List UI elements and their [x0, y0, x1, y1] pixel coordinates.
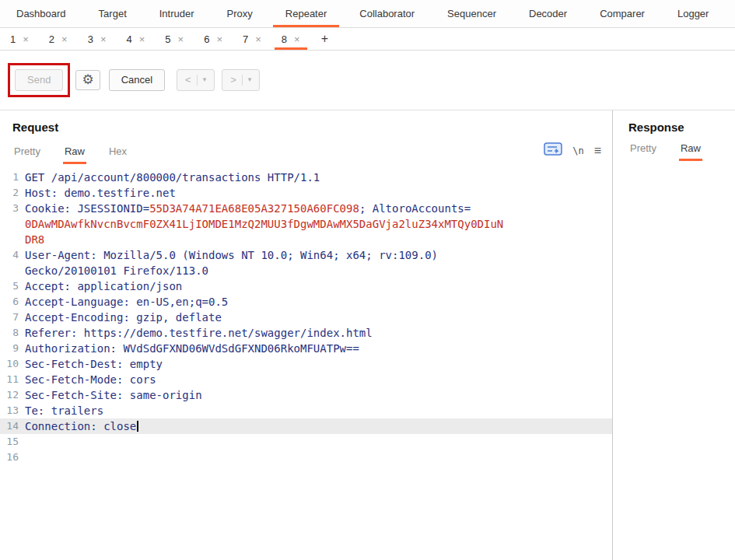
line-number: 3: [0, 201, 19, 216]
main-tab-sequencer[interactable]: Sequencer: [431, 0, 513, 27]
close-tab-icon[interactable]: ×: [255, 33, 261, 45]
main-tab-proxy[interactable]: Proxy: [211, 0, 269, 27]
line-content: 0DAwMDAwfkNvcnBvcmF0ZX41LjIOMDE1MzQ2MUU3…: [19, 216, 503, 232]
main-tab-logger[interactable]: Logger: [661, 0, 725, 27]
request-editor[interactable]: 1GET /api/account/800000/transactions HT…: [0, 164, 612, 560]
repeater-tab-8[interactable]: 8×: [271, 28, 310, 50]
line-number: 6: [0, 294, 19, 310]
repeater-tab-3[interactable]: 3×: [78, 28, 117, 50]
soft-wrap-icon[interactable]: [544, 142, 562, 159]
line-content: Host: demo.testfire.net: [19, 185, 176, 201]
line-content: Accept-Language: en-US,en;q=0.5: [19, 294, 228, 310]
line-content: Sec-Fetch-Mode: cors: [19, 372, 156, 387]
main-tab-dashboard[interactable]: Dashboard: [0, 0, 82, 27]
editor-menu-icon[interactable]: ≡: [594, 144, 601, 158]
send-button[interactable]: Send: [15, 69, 63, 91]
repeater-tab-2[interactable]: 2×: [39, 28, 78, 50]
request-line: 12Sec-Fetch-Site: same-origin: [0, 387, 612, 403]
close-tab-icon[interactable]: ×: [100, 33, 107, 45]
response-editor-tabs: PrettyRaw: [628, 142, 702, 161]
close-tab-icon[interactable]: ×: [294, 33, 300, 45]
response-editor[interactable]: [613, 161, 735, 560]
new-repeater-tab-button[interactable]: +: [310, 28, 339, 50]
line-content: Accept: application/json: [19, 278, 182, 294]
request-panel: Request PrettyRawHex \n ≡ 1GET /api/acco…: [0, 110, 613, 560]
repeater-tab-4[interactable]: 4×: [116, 28, 155, 50]
show-newlines-icon[interactable]: \n: [572, 145, 583, 156]
history-back-button[interactable]: < ▾: [177, 69, 215, 91]
line-content: [19, 434, 25, 450]
tab-number: 7: [243, 33, 248, 45]
request-line: 9Authorization: WVdSdGFXND06WVdSdGFXND06…: [0, 341, 612, 356]
line-content: GET /api/account/800000/transactions HTT…: [19, 170, 320, 185]
close-tab-icon[interactable]: ×: [216, 33, 222, 45]
request-tab-pretty[interactable]: Pretty: [12, 145, 42, 164]
request-tab-hex[interactable]: Hex: [107, 145, 128, 164]
line-number: 14: [0, 418, 19, 434]
close-tab-icon[interactable]: ×: [61, 33, 68, 45]
line-content: Gecko/20100101 Firefox/113.0: [19, 263, 208, 278]
code-segment: Sec-Fetch-Site: same-origin: [25, 389, 202, 401]
line-content: Authorization: WVdSdGFXND06WVdSdGFXND06R…: [19, 341, 359, 356]
response-editor-tabbar: PrettyRaw: [613, 134, 735, 161]
repeater-tab-1[interactable]: 1×: [0, 28, 39, 50]
request-panel-title: Request: [12, 121, 612, 134]
main-tab-repeater[interactable]: Repeater: [269, 0, 343, 27]
gear-icon: ⚙: [82, 73, 93, 88]
code-segment: Connection: close: [25, 420, 136, 432]
line-number: 12: [0, 387, 19, 403]
history-forward-button[interactable]: > ▾: [222, 69, 260, 91]
line-number: 11: [0, 372, 19, 387]
main-tab-decoder[interactable]: Decoder: [513, 0, 583, 27]
response-tab-raw[interactable]: Raw: [679, 142, 702, 161]
request-settings-button[interactable]: ⚙: [75, 70, 100, 91]
line-content: Cookie: JSESSIONID=55D3A74A71EA68E05A327…: [19, 201, 471, 216]
response-panel: Response PrettyRaw: [613, 110, 735, 560]
main-tab-collaborator[interactable]: Collaborator: [343, 0, 431, 27]
button-divider: [197, 75, 198, 86]
cancel-button[interactable]: Cancel: [109, 69, 165, 91]
line-number: 15: [0, 434, 19, 450]
main-tab-target[interactable]: Target: [82, 0, 143, 27]
line-number: 16: [0, 450, 19, 465]
line-number: 8: [0, 325, 19, 341]
button-divider: [242, 75, 243, 86]
burp-repeater-window: DashboardTargetIntruderProxyRepeaterColl…: [0, 0, 735, 560]
line-content: User-Agent: Mozilla/5.0 (Windows NT 10.0…: [19, 247, 438, 263]
line-number: [0, 263, 19, 278]
line-number: 13: [0, 403, 19, 418]
forward-arrow-label: >: [230, 75, 236, 86]
main-tab-comparer[interactable]: Comparer: [583, 0, 661, 27]
close-tab-icon[interactable]: ×: [139, 33, 145, 45]
request-line: 3Cookie: JSESSIONID=55D3A74A71EA68E05A32…: [0, 201, 612, 216]
back-arrow-label: <: [185, 75, 191, 86]
line-number: 2: [0, 185, 19, 201]
tab-number: 8: [282, 33, 287, 45]
line-number: 9: [0, 341, 19, 356]
code-segment: 55D3A74A71EA68E05A327150A60FC098: [149, 202, 359, 215]
repeater-tab-6[interactable]: 6×: [194, 28, 233, 50]
tab-number: 4: [126, 33, 131, 45]
chevron-down-icon: ▾: [248, 76, 252, 84]
tab-number: 2: [49, 33, 54, 45]
request-line: 6Accept-Language: en-US,en;q=0.5: [0, 294, 612, 310]
annotation-highlight-box: Send: [8, 63, 70, 97]
request-line: 11Sec-Fetch-Mode: cors: [0, 372, 612, 387]
request-tab-raw[interactable]: Raw: [63, 145, 86, 164]
repeater-tab-7[interactable]: 7×: [233, 28, 271, 50]
request-line: 8Referer: https://demo.testfire.net/swag…: [0, 325, 612, 341]
line-content: Connection: close: [19, 418, 138, 434]
request-line: 0DAwMDAwfkNvcnBvcmF0ZX41LjIOMDE1MzQ2MUU3…: [0, 216, 612, 232]
repeater-tab-bar: 1×2×3×4×5×6×7×8×+: [0, 28, 735, 51]
code-segment: 0DAwMDAwfkNvcnBvcmF0ZX41LjIOMDE1MzQ2MUU3…: [25, 218, 503, 230]
main-tab-intruder[interactable]: Intruder: [143, 0, 211, 27]
close-tab-icon[interactable]: ×: [178, 33, 184, 45]
request-line: DR8: [0, 232, 612, 247]
close-tab-icon[interactable]: ×: [23, 33, 29, 45]
response-tab-pretty[interactable]: Pretty: [628, 142, 658, 161]
line-number: [0, 232, 19, 247]
repeater-tab-5[interactable]: 5×: [155, 28, 194, 50]
request-line: 15: [0, 434, 612, 450]
request-line: 16: [0, 450, 612, 465]
tab-number: 6: [204, 33, 209, 45]
